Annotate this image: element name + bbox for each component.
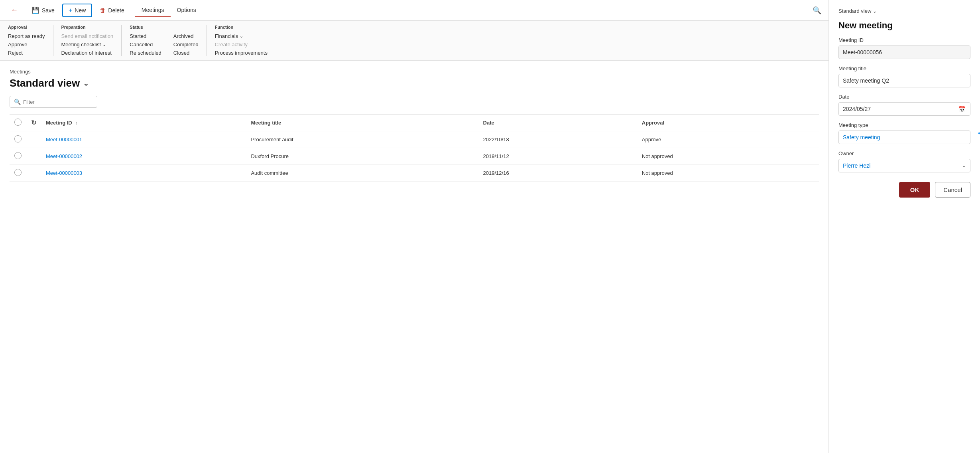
function-actions: Financials ⌄ Create activity Process imp… [215, 33, 268, 56]
panel-title: New meeting [838, 20, 970, 31]
col-header-meeting-id[interactable]: Meeting ID ↑ [41, 115, 246, 131]
row-date: 2022/10/18 [478, 131, 637, 148]
financials-action[interactable]: Financials ⌄ [215, 33, 268, 40]
table-header-refresh: ↻ [26, 115, 41, 131]
ribbon-group-status: Status Started Cancelled Re scheduled Ar… [130, 25, 207, 56]
meeting-id-input[interactable] [838, 45, 970, 59]
tab-meetings[interactable]: Meetings [135, 4, 171, 17]
row-circle-cell [10, 148, 26, 165]
view-title-text: Standard view [10, 77, 80, 89]
owner-dropdown-arrow-icon: ⌄ [962, 163, 966, 168]
meeting-title-input[interactable] [838, 74, 970, 87]
row-date: 2019/11/12 [478, 148, 637, 165]
delete-icon: 🗑 [100, 7, 106, 14]
ribbon-group-function: Function Financials ⌄ Create activity Pr… [215, 25, 276, 56]
save-button[interactable]: 💾 Save [26, 4, 61, 17]
main-area: ← 💾 Save + New 🗑 Delete Meetings Options… [0, 0, 828, 453]
approve-action[interactable]: Approve [8, 41, 45, 48]
section-label: Meetings [10, 69, 819, 75]
delete-label: Delete [108, 7, 124, 14]
row-select-circle[interactable] [14, 169, 22, 176]
row-refresh-cell [26, 148, 41, 165]
create-activity-action: Create activity [215, 41, 268, 48]
tab-options[interactable]: Options [171, 4, 203, 17]
meeting-type-group: Meeting type Safety meeting [838, 122, 970, 144]
date-label: Date [838, 94, 970, 100]
closed-action[interactable]: Closed [173, 49, 199, 56]
status-col1: Started Cancelled Re scheduled [130, 33, 161, 56]
ribbon-group-function-title: Function [215, 25, 268, 30]
reject-action[interactable]: Reject [8, 49, 45, 56]
financials-chevron-icon: ⌄ [240, 34, 243, 39]
back-button[interactable]: ← [5, 3, 24, 17]
declaration-action[interactable]: Declaration of interest [61, 49, 114, 56]
ribbon-group-preparation-title: Preparation [61, 25, 114, 30]
meeting-title-group: Meeting title [838, 65, 970, 87]
row-refresh-cell [26, 131, 41, 148]
toolbar: ← 💾 Save + New 🗑 Delete Meetings Options… [0, 0, 828, 21]
ok-button[interactable]: OK [899, 182, 931, 198]
meeting-id-group: Meeting ID [838, 37, 970, 59]
table-row: Meet-00000002 Duxford Procure 2019/11/12… [10, 148, 819, 165]
table-row: Meet-00000003 Audit committee 2019/12/16… [10, 165, 819, 182]
calendar-icon[interactable]: 📅 [958, 105, 966, 113]
checklist-chevron-icon: ⌄ [102, 42, 106, 47]
select-all-circle[interactable] [14, 119, 22, 126]
process-improvements-action[interactable]: Process improvements [215, 49, 268, 56]
owner-label: Owner [838, 150, 970, 156]
back-icon: ← [11, 6, 18, 14]
status-col2: Archived Completed Closed [173, 33, 199, 56]
date-input[interactable] [843, 103, 958, 115]
filter-input[interactable] [23, 99, 93, 105]
rescheduled-action[interactable]: Re scheduled [130, 49, 161, 56]
content-area: Meetings Standard view ⌄ 🔍 ↻ [0, 61, 828, 453]
ribbon-group-preparation: Preparation Send email notification Meet… [61, 25, 122, 56]
row-meeting-id[interactable]: Meet-00000003 [41, 165, 246, 182]
approval-actions: Report as ready Approve Reject [8, 33, 45, 56]
meeting-title-label: Meeting title [838, 65, 970, 71]
delete-button[interactable]: 🗑 Delete [94, 4, 130, 16]
archived-action[interactable]: Archived [173, 33, 199, 40]
col-header-approval: Approval [637, 115, 819, 131]
meeting-id-label: Meeting ID [838, 37, 970, 43]
owner-group: Owner Pierre Hezi ⌄ [838, 150, 970, 172]
ribbon-group-status-title: Status [130, 25, 198, 30]
meeting-type-input[interactable]: Safety meeting [838, 131, 970, 144]
search-icon[interactable]: 🔍 [810, 4, 824, 17]
cancel-button[interactable]: Cancel [935, 182, 970, 198]
row-meeting-title: Duxford Procure [246, 148, 478, 165]
save-label: Save [42, 7, 55, 14]
table-row: Meet-00000001 Procurement audit 2022/10/… [10, 131, 819, 148]
table-body: Meet-00000001 Procurement audit 2022/10/… [10, 131, 819, 182]
report-ready-action[interactable]: Report as ready [8, 33, 45, 40]
row-select-circle[interactable] [14, 152, 22, 159]
row-date: 2019/12/16 [478, 165, 637, 182]
owner-select[interactable]: Pierre Hezi ⌄ [838, 159, 970, 172]
col-header-date: Date [478, 115, 637, 131]
completed-action[interactable]: Completed [173, 41, 199, 48]
preparation-actions: Send email notification Meeting checklis… [61, 33, 114, 56]
row-meeting-id[interactable]: Meet-00000001 [41, 131, 246, 148]
refresh-icon[interactable]: ↻ [31, 119, 36, 126]
started-action[interactable]: Started [130, 33, 161, 40]
table-header-row: ↻ Meeting ID ↑ Meeting title Date Approv… [10, 115, 819, 131]
meeting-type-label: Meeting type [838, 122, 970, 128]
row-approval: Not approved [637, 165, 819, 182]
row-circle-cell [10, 131, 26, 148]
row-select-circle[interactable] [14, 135, 22, 142]
row-approval: Not approved [637, 148, 819, 165]
toolbar-tabs: Meetings Options [135, 4, 203, 17]
meeting-checklist-action[interactable]: Meeting checklist ⌄ [61, 41, 114, 48]
panel-view-label[interactable]: Standard view ⌄ [838, 8, 970, 14]
view-title-chevron-icon[interactable]: ⌄ [83, 79, 89, 88]
cancelled-action[interactable]: Cancelled [130, 41, 161, 48]
new-icon: + [69, 7, 72, 14]
row-meeting-id[interactable]: Meet-00000002 [41, 148, 246, 165]
new-button[interactable]: + New [62, 4, 92, 17]
row-approval: Approve [637, 131, 819, 148]
blue-arrow-annotation [974, 121, 980, 145]
new-label: New [75, 7, 86, 14]
filter-search-icon: 🔍 [14, 99, 21, 105]
row-meeting-title: Audit committee [246, 165, 478, 182]
sort-icon-meeting-id: ↑ [75, 120, 78, 126]
